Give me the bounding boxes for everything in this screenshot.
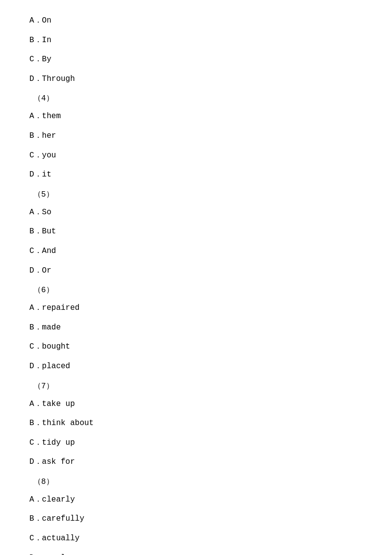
option-a5: A．So [29,206,363,219]
main-content: A．On B．In C．By D．Through （4） A．them B．he… [0,0,392,555]
option-c7: C．tidy up [29,437,363,450]
question-7-number: （7） [29,381,363,391]
option-a6: A．repaired [29,302,363,315]
option-a8: A．clearly [29,494,363,506]
option-a1: A．On [29,15,363,27]
question-5-number: （5） [29,189,363,200]
option-d4: D．it [29,169,363,181]
option-c4: C．you [29,150,363,162]
option-c5: C．And [29,245,363,258]
option-d8: D．nearly [29,552,363,555]
option-d5: D．Or [29,265,363,278]
question-6-number: （6） [29,285,363,295]
option-a7: A．take up [29,398,363,411]
option-b1: B．In [29,34,363,47]
option-b8: B．carefully [29,513,363,526]
option-c1: C．By [29,53,363,66]
option-d1: D．Through [29,73,363,86]
option-b7: B．think about [29,417,363,430]
option-c6: C．bought [29,341,363,353]
option-b6: B．made [29,322,363,334]
option-b4: B．her [29,130,363,143]
option-b5: B．But [29,226,363,238]
option-d6: D．placed [29,360,363,373]
question-4-number: （4） [29,93,363,103]
question-8-number: （8） [29,477,363,487]
option-a4: A．them [29,110,363,123]
option-d7: D．ask for [29,456,363,469]
option-c8: C．actually [29,532,363,545]
